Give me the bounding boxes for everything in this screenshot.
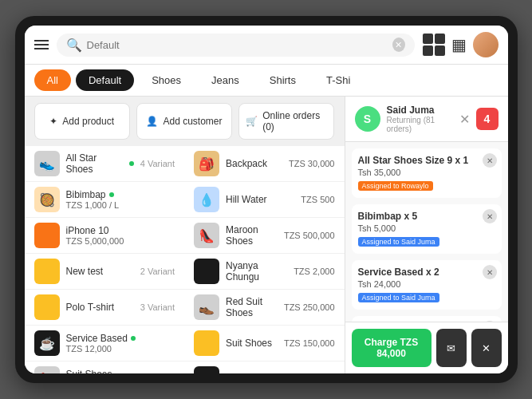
cart-item-remove-button[interactable]: ✕	[483, 153, 497, 168]
tab-all[interactable]: All	[34, 69, 71, 91]
charge-button[interactable]: Charge TZS 84,000	[352, 329, 432, 367]
email-button[interactable]: ✉	[436, 329, 467, 367]
tab-tshi[interactable]: T-Shi	[313, 69, 363, 91]
cart-close-button[interactable]: ✕	[459, 112, 470, 127]
product-price: TZS 2,000	[294, 267, 334, 276]
screen: 🔍 ✕ ▦ All Default Shoes Jeans Shirts T-S…	[25, 26, 508, 373]
product-price: TZS 500	[301, 195, 334, 204]
product-info: Hill Water	[226, 194, 294, 205]
list-item[interactable]: Nyanya Chungu TZS 2,000	[184, 254, 345, 290]
user-avatar[interactable]	[473, 32, 499, 57]
tab-shoes[interactable]: Shoes	[139, 69, 194, 91]
cart-item-remove-button[interactable]: ✕	[483, 321, 497, 322]
product-thumbnail: 💧	[194, 187, 219, 212]
cart-item-badge: Assigned to Rowaylo	[358, 181, 433, 191]
cart-item-remove-button[interactable]: ✕	[483, 265, 497, 279]
list-item[interactable]: 🎒 Backpack TZS 30,000	[184, 146, 345, 182]
barcode-icon[interactable]: ▦	[451, 35, 467, 54]
search-bar: 🔍 ✕	[57, 34, 415, 57]
product-thumbnail: 👞	[194, 294, 219, 320]
product-name: Hill Water	[226, 194, 294, 205]
product-variant: 3 Variant	[140, 302, 175, 312]
cart-panel: S Said Juma Returning (81 orders) ✕ 4 ✕ …	[345, 97, 508, 373]
list-item[interactable]: Suit Shoes TZS 150,000	[184, 326, 345, 361]
list-item[interactable]: Polo T-shirt 3 Variant	[25, 290, 185, 326]
customer-subtitle: Returning (81 orders)	[387, 116, 453, 133]
tab-default[interactable]: Default	[76, 69, 134, 91]
product-thumbnail	[34, 294, 60, 320]
action-buttons: ✦ Add product 👤 Add customer 🛒 Online or…	[25, 97, 345, 146]
product-variant: 2 Variant	[140, 267, 175, 276]
search-input[interactable]	[87, 39, 388, 51]
cart-item-remove-button[interactable]: ✕	[483, 209, 497, 223]
product-info: Service Based TZS 12,000	[66, 333, 169, 354]
list-item[interactable]: 👟 All Star Shoes 4 Variant	[25, 146, 185, 182]
product-thumbnail	[34, 223, 60, 248]
cart-items-list: ✕ All Star Shoes Size 9 x 1 Tsh 35,000 A…	[345, 142, 508, 322]
list-item[interactable]: ☕ Service Based TZS 12,000	[25, 326, 185, 361]
list-item[interactable]: iPhone 10 TZS 5,000,000	[25, 218, 185, 254]
product-thumbnail	[194, 330, 219, 356]
online-orders-button[interactable]: 🛒 Online orders (0)	[238, 103, 334, 140]
email-icon: ✉	[447, 342, 455, 354]
product-name: Red Suit Shoes	[226, 296, 278, 318]
product-info: Red Suit Shoes	[226, 296, 278, 318]
product-price: TZS 500,000	[284, 231, 335, 240]
list-item[interactable]: 💧 Hill Water TZS 500	[184, 182, 345, 218]
product-name: iPhone 10	[66, 225, 169, 236]
search-icon: 🔍	[66, 38, 82, 53]
cart-count-badge: 4	[476, 108, 499, 130]
product-list-right: 🎒 Backpack TZS 30,000 💧 Hill Water TZS 5…	[184, 146, 345, 373]
product-info: Nyanya Chungu	[226, 260, 287, 282]
cancel-order-button[interactable]: ✕	[471, 329, 502, 367]
list-item[interactable]: 👠 Suit Shoes TZS 250,000	[25, 361, 185, 373]
product-thumbnail: ☕	[34, 330, 60, 356]
cart-item: ✕ Bibimbap x 5 Tsh 5,000 Assigned to Sai…	[352, 204, 502, 254]
list-item[interactable]: 🥘 Bibimbap TZS 1,000 / L	[25, 182, 185, 218]
product-name: Backpack	[226, 158, 282, 169]
product-price: TZS 250,000	[284, 302, 335, 312]
category-tabs: All Default Shoes Jeans Shirts T-Shi	[25, 65, 508, 97]
product-variant: 4 Variant	[140, 159, 175, 168]
add-product-button[interactable]: ✦ Add product	[34, 103, 130, 140]
product-info: Suit Shoes	[226, 338, 278, 349]
product-thumbnail: 👠	[194, 223, 219, 248]
cart-item: ✕ All Star Shoes Size 9 x 1 Tsh 35,000 A…	[352, 148, 502, 198]
products-panel: ✦ Add product 👤 Add customer 🛒 Online or…	[25, 97, 345, 373]
product-name: Polo T-shirt	[66, 302, 134, 313]
product-price: TZS 12,000	[66, 344, 169, 354]
header-icons: ▦	[423, 32, 499, 57]
product-info: Suit Shoes TZS 250,000	[66, 369, 169, 373]
menu-icon[interactable]	[34, 40, 49, 49]
product-price: TZS 30,000	[289, 159, 334, 168]
product-info: Maroon Shoes	[226, 224, 278, 247]
tab-shirts[interactable]: Shirts	[257, 69, 309, 91]
cart-item-price: Tsh 5,000	[358, 223, 495, 233]
main-content: ✦ Add product 👤 Add customer 🛒 Online or…	[25, 97, 508, 373]
list-item[interactable]: Test TZS 20,000	[184, 361, 345, 373]
product-name: Bibimbap	[66, 189, 169, 200]
product-thumbnail	[34, 259, 60, 284]
product-list-left: 👟 All Star Shoes 4 Variant 🥘 Bibimbap TZ…	[25, 146, 185, 373]
customer-info: Said Juma Returning (81 orders)	[387, 105, 453, 133]
product-thumbnail: 👟	[34, 151, 60, 176]
cart-item: ✕ Test x 1 Tsh 20,000 Assigned to Said J…	[352, 316, 502, 322]
add-customer-button[interactable]: 👤 Add customer	[136, 103, 232, 140]
product-thumbnail	[194, 259, 219, 284]
tab-jeans[interactable]: Jeans	[199, 69, 252, 91]
product-info: Polo T-shirt	[66, 302, 134, 313]
product-thumbnail	[194, 366, 219, 373]
tablet-frame: 🔍 ✕ ▦ All Default Shoes Jeans Shirts T-S…	[15, 16, 518, 383]
product-info: All Star Shoes	[66, 152, 134, 175]
cart-item-name: Bibimbap x 5	[358, 211, 495, 222]
search-clear-button[interactable]: ✕	[392, 38, 405, 52]
product-info: Backpack	[226, 158, 282, 169]
list-item[interactable]: 👞 Red Suit Shoes TZS 250,000	[184, 290, 345, 326]
online-orders-label: Online orders (0)	[262, 110, 327, 132]
grid-view-icon[interactable]	[423, 34, 445, 56]
add-customer-icon: 👤	[146, 116, 158, 127]
product-name: New test	[66, 266, 134, 277]
list-item[interactable]: New test 2 Variant	[25, 254, 185, 290]
list-item[interactable]: 👠 Maroon Shoes TZS 500,000	[184, 218, 345, 254]
products-grid: 👟 All Star Shoes 4 Variant 🥘 Bibimbap TZ…	[25, 146, 345, 373]
